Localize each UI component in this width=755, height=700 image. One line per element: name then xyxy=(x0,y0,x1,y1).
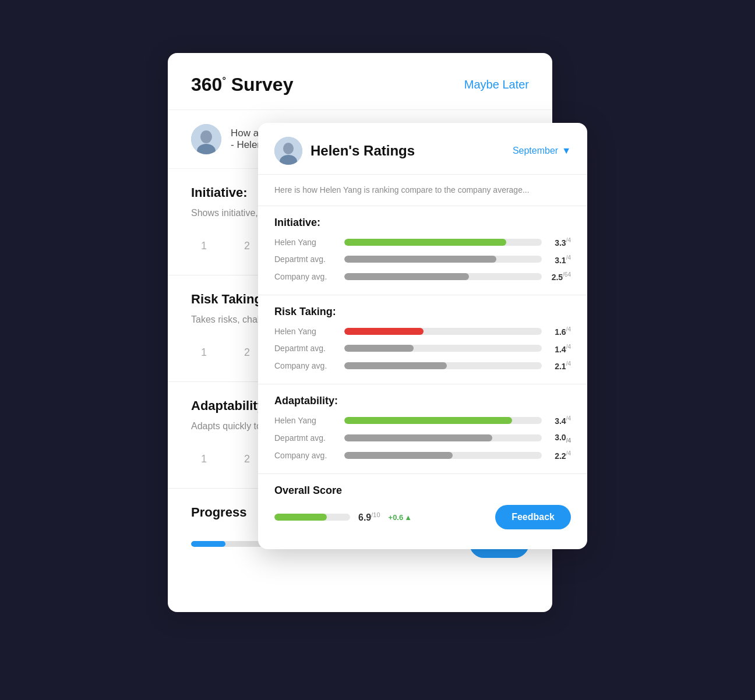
adapt-company-value: 2.2/4 xyxy=(549,450,571,461)
risk-dept-label: Departmt avg. xyxy=(274,344,344,353)
initiative-helen-label: Helen Yang xyxy=(274,238,344,247)
month-selector[interactable]: September ▼ xyxy=(513,146,571,156)
adapt-helen-bar xyxy=(344,417,542,424)
ratings-header: Helen's Ratings September ▼ xyxy=(258,123,587,175)
initiative-helen-value: 3.3/4 xyxy=(549,237,571,248)
survey-title: 360° Survey xyxy=(191,74,293,96)
ratings-title: Helen's Ratings xyxy=(311,143,415,159)
initiative-dept-bar xyxy=(344,256,542,263)
chevron-down-icon: ▼ xyxy=(562,146,571,156)
rating-option-1[interactable]: 1 xyxy=(191,233,217,259)
risk-helen-label: Helen Yang xyxy=(274,327,344,336)
initiative-dept-fill xyxy=(344,256,496,263)
initiative-company-fill xyxy=(344,273,469,280)
adapt-dept-label: Departmt avg. xyxy=(274,433,344,443)
risk-company-fill xyxy=(344,362,447,369)
helen-avatar xyxy=(274,137,302,165)
overall-title: Overall Score xyxy=(274,485,571,497)
adapt-helen-fill xyxy=(344,417,512,424)
adapt-option-2[interactable]: 2 xyxy=(234,446,260,472)
risk-company-value: 2.1/4 xyxy=(549,360,571,371)
initiative-ratings-title: Initiative: xyxy=(274,217,571,229)
risk-helen-fill xyxy=(344,328,424,335)
adapt-company-bar xyxy=(344,452,542,459)
arrow-up-icon: ▲ xyxy=(404,513,412,522)
svg-point-4 xyxy=(283,143,294,154)
initiative-ratings: Initiative: Helen Yang 3.3/4 Departmt av… xyxy=(258,206,587,295)
initiative-dept-label: Departmt avg. xyxy=(274,254,344,264)
overall-row: 6.9/10 +0.6 ▲ Feedback xyxy=(274,505,571,529)
adapt-company-fill xyxy=(344,452,453,459)
overall-bar-fill xyxy=(274,514,327,521)
risk-helen-row: Helen Yang 1.6/4 xyxy=(274,326,571,337)
svg-point-1 xyxy=(200,130,212,143)
adapt-dept-row: Departmt avg. 3.0/4 xyxy=(274,433,571,444)
overall-score-value: 6.9/10 xyxy=(358,511,380,523)
ratings-header-left: Helen's Ratings xyxy=(274,137,415,165)
adapt-dept-value: 3.0/4 xyxy=(549,433,571,444)
risk-option-2[interactable]: 2 xyxy=(234,340,260,365)
initiative-dept-value: 3.1/4 xyxy=(549,254,571,265)
initiative-helen-row: Helen Yang 3.3/4 xyxy=(274,237,571,248)
adapt-option-1[interactable]: 1 xyxy=(191,446,217,472)
risk-helen-value: 1.6/4 xyxy=(549,326,571,337)
score-change: +0.6 ▲ xyxy=(389,513,412,522)
risk-dept-bar xyxy=(344,345,542,352)
risk-ratings-title: Risk Taking: xyxy=(274,306,571,318)
initiative-helen-bar xyxy=(344,239,542,246)
adapt-company-label: Company avg. xyxy=(274,451,344,460)
adaptability-ratings-title: Adaptability: xyxy=(274,395,571,407)
initiative-dept-row: Departmt avg. 3.1/4 xyxy=(274,254,571,265)
survey-header: 360° Survey Maybe Later xyxy=(168,53,552,110)
risk-company-bar xyxy=(344,362,542,369)
adapt-helen-value: 3.4/4 xyxy=(549,415,571,426)
risk-dept-value: 1.4/4 xyxy=(549,344,571,354)
risk-helen-bar xyxy=(344,328,542,335)
risk-company-label: Company avg. xyxy=(274,361,344,370)
overall-section: Overall Score 6.9/10 +0.6 ▲ Feedback xyxy=(258,474,587,535)
adapt-helen-label: Helen Yang xyxy=(274,416,344,425)
adapt-dept-bar xyxy=(344,434,542,441)
initiative-company-bar xyxy=(344,273,542,280)
initiative-company-row: Company avg. 2.5/64 xyxy=(274,271,571,282)
overall-bar xyxy=(274,514,350,521)
progress-bar-fill xyxy=(191,541,225,547)
feedback-button[interactable]: Feedback xyxy=(495,505,571,529)
user-avatar xyxy=(191,124,221,154)
ratings-card: Helen's Ratings September ▼ Here is how … xyxy=(258,123,587,549)
risk-option-1[interactable]: 1 xyxy=(191,340,217,365)
adapt-helen-row: Helen Yang 3.4/4 xyxy=(274,415,571,426)
adapt-company-row: Company avg. 2.2/4 xyxy=(274,450,571,461)
rating-option-2[interactable]: 2 xyxy=(234,233,260,259)
initiative-helen-fill xyxy=(344,239,506,246)
adaptability-ratings: Adaptability: Helen Yang 3.4/4 Departmt … xyxy=(258,384,587,474)
initiative-company-value: 2.5/64 xyxy=(549,271,571,282)
maybe-later-link[interactable]: Maybe Later xyxy=(464,78,529,91)
risk-ratings: Risk Taking: Helen Yang 1.6/4 Departmt a… xyxy=(258,295,587,384)
adapt-dept-fill xyxy=(344,434,492,441)
initiative-company-label: Company avg. xyxy=(274,272,344,281)
ratings-subtitle: Here is how Helen Yang is ranking compar… xyxy=(258,175,587,206)
risk-dept-fill xyxy=(344,345,414,352)
risk-company-row: Company avg. 2.1/4 xyxy=(274,360,571,371)
risk-dept-row: Departmt avg. 1.4/4 xyxy=(274,344,571,354)
